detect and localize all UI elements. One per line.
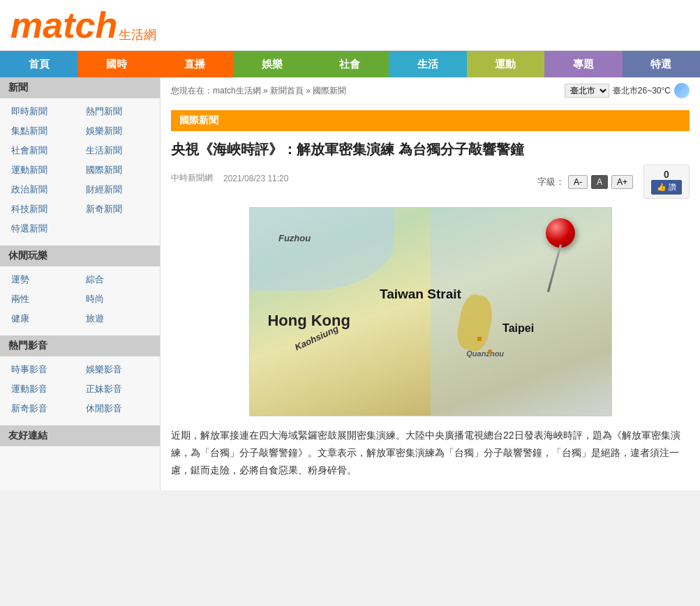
nav-special[interactable]: 專題 (544, 51, 622, 77)
sidebar-link-comprehensive[interactable]: 綜合 (80, 270, 155, 289)
sidebar-section-title-news: 新聞 (0, 77, 160, 98)
sidebar-section-video: 熱門影音 時事影音 娛樂影音 運動影音 正妹影音 新奇影音 休閒影音 (0, 335, 160, 422)
sidebar-link-hot-news[interactable]: 熱門新聞 (80, 102, 155, 121)
sidebar-link-focus-news[interactable]: 集點新聞 (6, 121, 80, 141)
logo-match[interactable]: match (10, 7, 117, 43)
map-label-hongkong: Hong Kong (267, 312, 350, 330)
nav-sport[interactable]: 運動 (467, 51, 544, 77)
sidebar-link-news-video[interactable]: 時事影音 (6, 360, 80, 379)
sidebar-link-finance-news[interactable]: 財經新聞 (80, 180, 155, 199)
sidebar-link-ent-news[interactable]: 娛樂新聞 (80, 121, 155, 141)
article-controls: 中時新聞網 2021/08/23 11:20 字級： A- A A+ 0 👍 讚 (171, 165, 690, 199)
like-button[interactable]: 👍 讚 (651, 180, 682, 195)
city-select[interactable]: 臺北市 (565, 84, 609, 98)
like-box: 0 👍 讚 (643, 165, 690, 199)
thumbs-up-icon: 👍 (657, 183, 667, 192)
sidebar-link-sport-video[interactable]: 運動影音 (6, 379, 80, 399)
font-size-label: 字級： (537, 176, 565, 188)
main-container: 新聞 即時新聞 熱門新聞 集點新聞 娛樂新聞 社會新聞 生活新聞 運動新聞 國際… (0, 77, 700, 490)
weather-icon (674, 83, 690, 98)
pin-ball (546, 218, 575, 248)
sidebar-link-travel[interactable]: 旅遊 (80, 309, 155, 328)
nav-social[interactable]: 社會 (311, 51, 389, 77)
sidebar-link-ent-video[interactable]: 娛樂影音 (80, 360, 155, 379)
map-label-fuzhou: Fuzhou (278, 233, 311, 243)
section-title-bar: 國際新聞 (171, 110, 690, 131)
sidebar-link-tech-news[interactable]: 科技新聞 (6, 199, 80, 219)
sidebar-section-title-links: 友好連結 (0, 425, 160, 446)
sidebar: 新聞 即時新聞 熱門新聞 集點新聞 娛樂新聞 社會新聞 生活新聞 運動新聞 國際… (0, 77, 161, 490)
sidebar-section-links: 友好連結 (0, 425, 160, 446)
sidebar-link-social-news[interactable]: 社會新聞 (6, 141, 80, 160)
weather-widget: 臺北市 臺北市26~30°C (565, 83, 690, 98)
nav-life[interactable]: 生活 (389, 51, 466, 77)
section-title: 國際新聞 (179, 114, 218, 126)
weather-info: 臺北市26~30°C (613, 85, 671, 97)
map-label-taiwan-strait: Taiwan Strait (380, 287, 461, 302)
sidebar-link-special-news[interactable]: 特選新聞 (6, 219, 80, 238)
map-dot-1 (477, 337, 482, 341)
font-increase-button[interactable]: A+ (611, 175, 633, 189)
nav-featured[interactable]: 特選 (623, 51, 700, 77)
sidebar-links-video: 時事影音 娛樂影音 運動影音 正妹影音 新奇影音 休閒影音 (0, 356, 160, 422)
pin-needle (547, 245, 562, 292)
font-normal-button[interactable]: A (591, 175, 608, 189)
sidebar-section-title-video: 熱門影音 (0, 335, 160, 356)
sidebar-link-health[interactable]: 健康 (6, 309, 80, 328)
sidebar-link-novelty-video[interactable]: 新奇影音 (6, 399, 80, 418)
sidebar-link-fashion[interactable]: 時尚 (80, 289, 155, 309)
breadcrumb: 您現在在：match生活網 » 新聞首頁 » 國際新聞 (171, 85, 346, 97)
sidebar-link-gender[interactable]: 兩性 (6, 289, 80, 309)
article-source: 中時新聞網 (171, 172, 213, 184)
nav-live[interactable]: 直播 (156, 51, 233, 77)
article-meta: 中時新聞網 2021/08/23 11:20 (171, 172, 288, 184)
sidebar-links-leisure: 運勢 綜合 兩性 時尚 健康 旅遊 (0, 266, 160, 332)
sidebar-link-girls-video[interactable]: 正妹影音 (80, 379, 155, 399)
article-body: 近期，解放軍接連在四大海域緊鑼密鼓展開密集演練。大陸中央廣播電視總台22日發表海… (171, 427, 690, 480)
sidebar-link-political-news[interactable]: 政治新聞 (6, 180, 80, 199)
sidebar-section-title-leisure: 休閒玩樂 (0, 245, 160, 266)
map-label-taipei: Taipei (502, 322, 534, 335)
breadcrumb-bar: 您現在在：match生活網 » 新聞首頁 » 國際新聞 臺北市 臺北市26~30… (171, 77, 690, 105)
article-image: Fuzhou Kaohsiung Hong Kong Taiwan Strait… (249, 207, 612, 416)
logo-sub: 生活網 (119, 26, 156, 43)
nav-guoshi[interactable]: 國時 (77, 51, 155, 77)
content: 您現在在：match生活網 » 新聞首頁 » 國際新聞 臺北市 臺北市26~30… (161, 77, 700, 490)
article-date: 2021/08/23 11:20 (223, 174, 288, 183)
like-count: 0 (651, 169, 682, 180)
sidebar-link-novelty-news[interactable]: 新奇新聞 (80, 199, 155, 219)
article-title: 央視《海峽時評》：解放軍密集演練 為台獨分子敲響警鐘 (171, 139, 690, 159)
nav-home[interactable]: 首頁 (0, 51, 77, 77)
header: match 生活網 (0, 0, 700, 51)
nav-ent[interactable]: 娛樂 (233, 51, 311, 77)
sidebar-link-horoscope[interactable]: 運勢 (6, 270, 80, 289)
map-pin (546, 218, 575, 294)
sidebar-link-life-news[interactable]: 生活新聞 (80, 141, 155, 160)
sidebar-link-leisure-video[interactable]: 休閒影音 (80, 399, 155, 418)
sidebar-section-news: 新聞 即時新聞 熱門新聞 集點新聞 娛樂新聞 社會新聞 生活新聞 運動新聞 國際… (0, 77, 160, 242)
nav-bar: 首頁 國時 直播 娛樂 社會 生活 運動 專題 特選 (0, 51, 700, 77)
sidebar-link-intl-news[interactable]: 國際新聞 (80, 160, 155, 180)
font-decrease-button[interactable]: A- (568, 175, 588, 189)
sidebar-section-leisure: 休閒玩樂 運勢 綜合 兩性 時尚 健康 旅遊 (0, 245, 160, 332)
sidebar-link-instant-news[interactable]: 即時新聞 (6, 102, 80, 121)
font-size-controls: 字級： A- A A+ (537, 175, 633, 189)
sidebar-link-sport-news[interactable]: 運動新聞 (6, 160, 80, 180)
sidebar-links-news: 即時新聞 熱門新聞 集點新聞 娛樂新聞 社會新聞 生活新聞 運動新聞 國際新聞 … (0, 98, 160, 242)
